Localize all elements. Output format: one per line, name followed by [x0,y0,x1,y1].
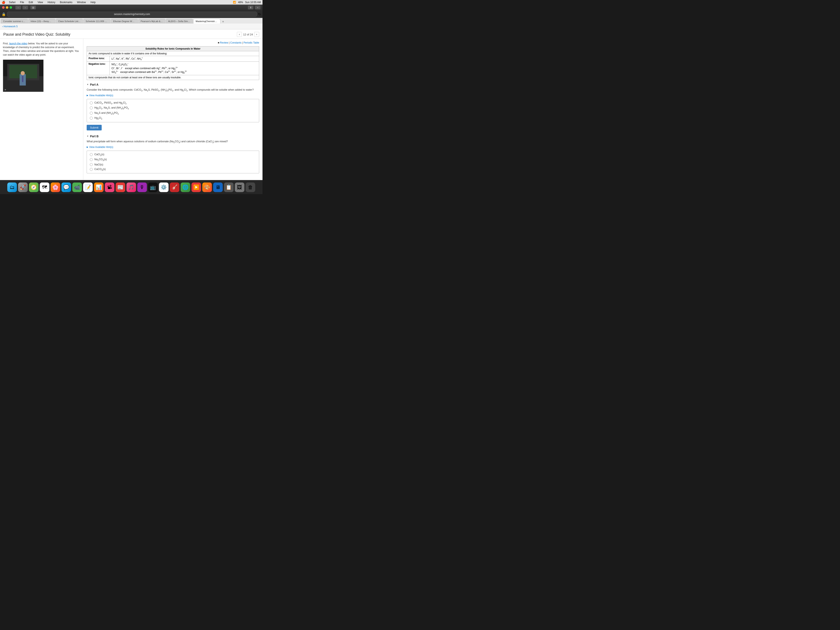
part-b-radio-3[interactable] [90,163,93,166]
dock-notes[interactable]: 📝 [83,183,93,192]
page-navigation: ‹ 12 of 24 › [237,32,259,37]
instructions-text: First, launch the video below. You will … [3,42,80,57]
dock-appletv[interactable]: 📺 [148,183,158,192]
menu-edit[interactable]: Edit [28,1,34,4]
dock-colorui[interactable]: 🎨 [202,183,212,192]
new-tab-button[interactable]: + [255,6,261,9]
url-input[interactable] [7,12,257,17]
menu-file[interactable]: File [19,1,25,4]
part-a-hint-link[interactable]: ▶ View Available Hint(s) [87,94,259,97]
dock-chrome[interactable]: 🌐 [181,183,190,192]
part-a-radio-2[interactable] [90,106,93,109]
back-button[interactable]: ‹ [16,6,21,9]
part-b-radio-4[interactable] [90,168,93,171]
part-a-question: Consider the following ionic compounds: … [87,88,259,92]
dock-numbers[interactable]: 📊 [94,183,104,192]
positive-ions-label: Positive ions: [87,56,110,62]
negative-ions-label: Negative ions: [87,62,110,75]
dock-finder[interactable]: 🗂 [7,183,17,192]
next-page-button[interactable]: › [254,32,259,37]
dock-notepad[interactable]: 📋 [224,183,234,192]
part-a-title: Part A [90,83,98,86]
menu-help[interactable]: Help [90,1,96,4]
tab-aleks[interactable]: ALEKS – Sofia Simmons... [166,19,193,24]
dock-media[interactable]: 🖼 [235,183,245,192]
dock-trash[interactable]: 🗑 [246,183,255,192]
part-a-submit-button[interactable]: Submit [87,125,102,130]
dock-screen[interactable]: 🖥 [213,183,223,192]
dock-music[interactable]: 🎵 [126,183,136,192]
add-tab-button[interactable]: + [221,20,225,24]
part-a-radio-4[interactable] [90,117,93,120]
part-a-option-3[interactable]: Na2S and (NH4)3PO4 [90,112,256,115]
dock-maps[interactable]: 🗺 [40,183,49,192]
menu-bookmarks[interactable]: Bookmarks [59,1,73,4]
part-a-hint-label: View Available Hint(s) [89,94,113,97]
tab-overview-button[interactable]: ⊞ [30,6,36,9]
part-b-hint-link[interactable]: ▶ View Available Hint(s) [87,145,259,148]
dock-facetime[interactable]: 📹 [72,183,82,192]
right-panel: ■ Review | Constants | Periodic Table So… [83,39,262,180]
part-a-option-2[interactable]: Hg2Cl2, Na2S, and (NH4)3PO4 [90,106,256,110]
part-b-answer-box: CaCl2(s) Na2CO3(s) NaCl(s) CaCO3(s) [87,151,259,174]
maximize-button[interactable] [9,6,12,9]
breadcrumb-link[interactable]: ‹ Homework 5 [2,25,18,28]
part-b-option-1[interactable]: CaCl2(s) [90,153,256,156]
dock: 🗂 🚀 🧭 🗺 🌸 💬 📹 📝 📊 📽 📰 🎵 🎙 📺 ⚙️ 🎸 🌐 ▶️ 🎨 … [0,180,262,194]
part-a-radio-3[interactable] [90,112,93,115]
menu-history[interactable]: History [47,1,56,4]
part-b-option-2[interactable]: Na2CO3(s) [90,158,256,161]
part-b-title: Part B [90,134,98,138]
part-b-header[interactable]: ▼ Part B [87,134,259,138]
dock-lastfm[interactable]: 🎸 [170,183,179,192]
part-b-option-4[interactable]: CaCO3(s) [90,168,256,171]
part-a-collapse-icon[interactable]: ▼ [87,83,89,85]
address-bar: 🔒 ↻ [0,10,262,18]
solubility-table: Solubility Rules for Ionic Compounds in … [87,46,259,80]
tab-class-schedule[interactable]: Class Schedule Listing [56,19,83,24]
dock-messages[interactable]: 💬 [62,183,71,192]
dock-photos[interactable]: 🌸 [51,183,60,192]
dock-system-prefs[interactable]: ⚙️ [159,183,169,192]
menubar-right: 📶 48% Sun 10:55 AM [233,1,261,4]
apple-menu[interactable]: 🍎 [2,1,5,4]
part-b-radio-1[interactable] [90,153,93,156]
launch-video-link[interactable]: launch the video [9,42,27,45]
forward-button[interactable]: › [22,6,28,9]
dock-podcasts[interactable]: 🎙 [137,183,147,192]
periodic-table-link[interactable]: Periodic Table [243,41,259,44]
part-a-header[interactable]: ▼ Part A [87,83,259,86]
minimize-button[interactable] [6,6,8,9]
tab-mastering[interactable]: MasteringChemistry: H... [193,19,220,24]
dock-keynote[interactable]: 📽 [105,183,114,192]
menu-safari[interactable]: Safari [8,1,16,4]
page-title: Pause and Predict Video Quiz: Solubility [3,32,70,37]
menu-window[interactable]: Window [76,1,87,4]
tab-summer[interactable]: Consider summer class... [1,19,28,24]
dock-news[interactable]: 📰 [115,183,125,192]
tab-ellucian[interactable]: Ellucian Degree Works... [111,19,138,24]
dock-launchpad[interactable]: 🚀 [18,183,28,192]
part-a-option-4[interactable]: Hg2Cl2 [90,117,256,120]
window-controls[interactable] [2,6,12,9]
close-button[interactable] [2,6,5,9]
dock-safari[interactable]: 🧭 [29,183,38,192]
video-player[interactable]: ▶ [3,60,44,92]
part-b-option-3[interactable]: NaCl(s) [90,163,256,166]
part-b-radio-2[interactable] [90,158,93,161]
review-link[interactable]: Review [220,41,228,44]
part-a-radio-1[interactable] [90,101,93,104]
prev-page-button[interactable]: ‹ [237,32,242,37]
part-a-option-1[interactable]: CdCO3, PbSO4, and Hg2Cl2 [90,101,256,105]
menu-view[interactable]: View [37,1,44,4]
table-footer: Ionic compounds that do not contain at l… [87,75,259,80]
part-a-answer-box: CdCO3, PbSO4, and Hg2Cl2 Hg2Cl2, Na2S, a… [87,99,259,122]
tab-inbox[interactable]: Inbox (13) – thesym1@g... [28,19,55,24]
dock-youtube[interactable]: ▶️ [191,183,201,192]
share-button[interactable]: ⬆ [248,6,253,9]
tab-pearson[interactable]: Pearson's MyLab & Mas... [138,19,166,24]
tab-schedule-111[interactable]: Schedule 111.009 & 111.... [83,19,111,24]
reload-icon[interactable]: ↻ [258,12,261,16]
constants-link[interactable]: Constants [230,41,242,44]
part-b-collapse-icon[interactable]: ▼ [87,135,89,137]
